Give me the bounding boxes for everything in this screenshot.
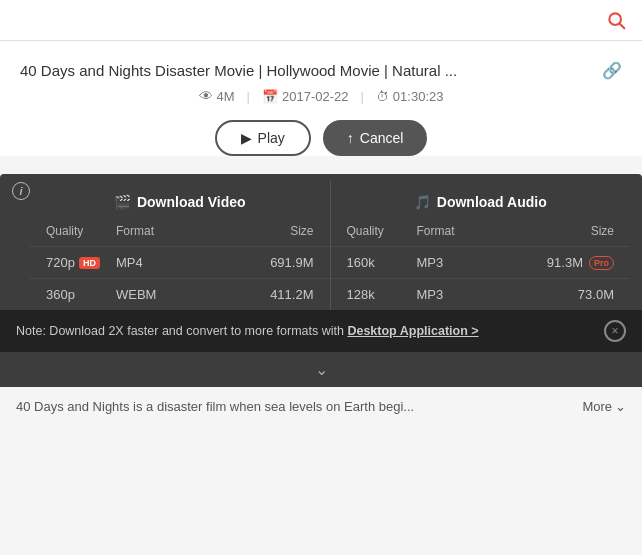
url-input[interactable]: https://youtu.be/uQaaYFrLwZQ — [16, 12, 606, 28]
download-video-title: Download Video — [137, 194, 246, 210]
desktop-app-link[interactable]: Desktop Application > — [347, 324, 478, 338]
duration-value: 01:30:23 — [393, 89, 444, 104]
chevron-down-icon: ⌄ — [315, 360, 328, 379]
download-video-panel: 🎬 Download Video Quality Format Size 720… — [30, 180, 331, 310]
video-col-size: Size — [186, 224, 314, 238]
more-chevron-icon: ⌄ — [615, 399, 626, 414]
audio-row-128k[interactable]: 128k MP3 73.0M — [331, 278, 631, 310]
play-label: Play — [258, 130, 285, 146]
cancel-label: Cancel — [360, 130, 404, 146]
audio-table-headers: Quality Format Size — [331, 220, 631, 246]
download-audio-title: Download Audio — [437, 194, 547, 210]
title-row: 40 Days and Nights Disaster Movie | Holl… — [20, 61, 622, 80]
notice-bar: Note: Download 2X faster and convert to … — [0, 310, 642, 352]
download-audio-panel: 🎵 Download Audio Quality Format Size 160… — [331, 180, 631, 310]
audio-col-quality: Quality — [347, 224, 417, 238]
buttons-row: ▶ Play ↑ Cancel — [20, 120, 622, 156]
size-730: 73.0M — [487, 287, 615, 302]
format-mp4: MP4 — [116, 255, 186, 270]
format-webm: WEBM — [116, 287, 186, 302]
size-691: 691.9M — [186, 255, 314, 270]
quality-720p: 720p — [46, 255, 75, 270]
notice-close-button[interactable]: × — [604, 320, 626, 342]
views-meta: 👁 4M — [187, 88, 247, 104]
video-col-quality: Quality — [46, 224, 116, 238]
video-col-format: Format — [116, 224, 186, 238]
more-label: More — [582, 399, 612, 414]
duration-meta: ⏱ 01:30:23 — [364, 89, 456, 104]
notice-static-text: Note: Download 2X faster and convert to … — [16, 324, 347, 338]
audio-col-size: Size — [487, 224, 615, 238]
info-icon[interactable]: i — [12, 182, 30, 200]
video-table-headers: Quality Format Size — [30, 220, 330, 246]
calendar-icon: 📅 — [262, 89, 278, 104]
footer-row: 40 Days and Nights is a disaster film wh… — [0, 387, 642, 426]
video-row-720p[interactable]: 720p HD MP4 691.9M — [30, 246, 330, 278]
notice-text: Note: Download 2X faster and convert to … — [16, 324, 594, 338]
pro-badge: Pro — [589, 256, 614, 270]
quality-160k: 160k — [347, 255, 375, 270]
search-icon — [606, 10, 626, 30]
main-content: 40 Days and Nights Disaster Movie | Holl… — [0, 41, 642, 156]
date-meta: 📅 2017-02-22 — [250, 89, 361, 104]
cancel-button[interactable]: ↑ Cancel — [323, 120, 428, 156]
audio-col-format: Format — [417, 224, 487, 238]
link-icon[interactable]: 🔗 — [602, 61, 622, 80]
quality-128k: 128k — [347, 287, 375, 302]
audio-panel-icon: 🎵 — [414, 194, 431, 210]
search-bar: https://youtu.be/uQaaYFrLwZQ — [0, 0, 642, 41]
svg-line-1 — [620, 24, 625, 29]
more-button[interactable]: More ⌄ — [582, 399, 626, 414]
eye-icon: 👁 — [199, 88, 213, 104]
search-button[interactable] — [606, 10, 626, 30]
size-411: 411.2M — [186, 287, 314, 302]
quality-360p: 360p — [46, 287, 75, 302]
video-row-360p[interactable]: 360p WEBM 411.2M — [30, 278, 330, 310]
footer-description: 40 Days and Nights is a disaster film wh… — [16, 399, 414, 414]
views-value: 4M — [217, 89, 235, 104]
play-button[interactable]: ▶ Play — [215, 120, 311, 156]
format-mp3-160: MP3 — [417, 255, 487, 270]
format-mp3-128: MP3 — [417, 287, 487, 302]
download-video-header: 🎬 Download Video — [30, 194, 330, 210]
size-913: 91.3M — [547, 255, 583, 270]
cancel-icon: ↑ — [347, 130, 354, 146]
audio-row-160k[interactable]: 160k MP3 91.3M Pro — [331, 246, 631, 278]
video-title: 40 Days and Nights Disaster Movie | Holl… — [20, 62, 594, 79]
meta-row: 👁 4M | 📅 2017-02-22 | ⏱ 01:30:23 — [20, 88, 622, 104]
download-section: i 🎬 Download Video Quality Format Size 7… — [0, 174, 642, 387]
chevron-row[interactable]: ⌄ — [0, 352, 642, 387]
hd-badge: HD — [79, 257, 100, 269]
play-icon: ▶ — [241, 130, 252, 146]
video-panel-icon: 🎬 — [114, 194, 131, 210]
download-audio-header: 🎵 Download Audio — [331, 194, 631, 210]
clock-icon: ⏱ — [376, 89, 389, 104]
date-value: 2017-02-22 — [282, 89, 349, 104]
